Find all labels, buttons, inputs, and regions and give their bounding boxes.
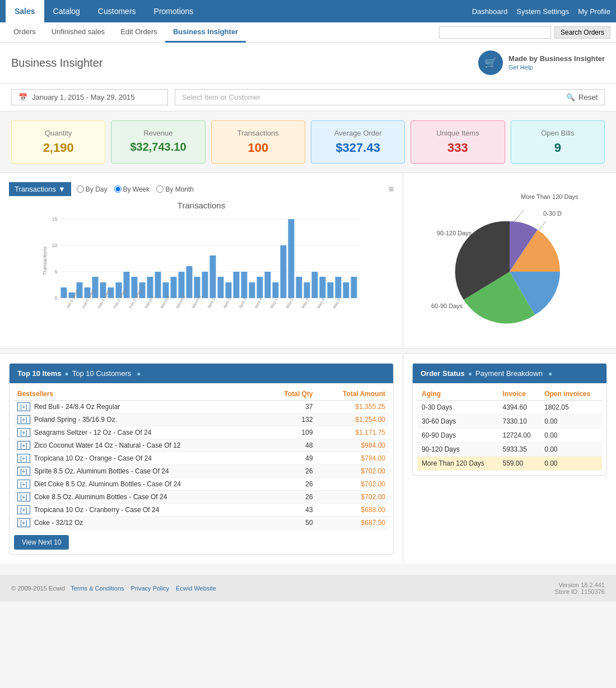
reset-btn[interactable]: Reset	[578, 93, 598, 101]
order-status-tab2[interactable]: Payment Breakdown	[475, 369, 543, 378]
transactions-dropdown[interactable]: Transactions ▼	[9, 182, 71, 196]
item-qty: 48	[264, 439, 316, 452]
sub-item-orders[interactable]: Orders	[6, 22, 44, 43]
expand-btn[interactable]: [+]	[17, 428, 30, 437]
table-row: [+] Zico Coconut Water 14 Oz - Natural -…	[14, 439, 389, 452]
ecwid-website-link[interactable]: Ecwid Website	[176, 585, 216, 592]
expand-btn[interactable]: [+]	[17, 415, 30, 424]
item-qty: 26	[264, 465, 316, 478]
sub-item-business-insighter[interactable]: Business Insighter	[165, 22, 246, 43]
charts-row: Transactions ▼ By Day By Week By Month ≡…	[0, 173, 616, 348]
radio-by-week[interactable]: By Week	[114, 185, 150, 193]
top-nav: Sales Catalog Customers Promotions Dashb…	[0, 0, 616, 22]
item-name: Coke 8.5 Oz. Aluminum Bottles - Case Of …	[34, 493, 167, 501]
expand-btn[interactable]: [+]	[17, 505, 30, 514]
nav-item-promotions[interactable]: Promotions	[145, 0, 203, 22]
expand-btn[interactable]: [+]	[17, 492, 30, 501]
item-qty: 132	[264, 413, 316, 426]
svg-text:May-3: May-3	[301, 297, 310, 309]
kpi-row: Quantity 2,190 Revenue $32,743.10 Transa…	[0, 111, 616, 173]
svg-text:May-1: May-1	[269, 297, 279, 309]
svg-text:15: 15	[52, 216, 57, 222]
pie-chart-svg: More Than 120 Days 0-30 D 90-120 Days 60…	[420, 182, 599, 339]
sub-item-edit-orders[interactable]: Edit Orders	[113, 22, 165, 43]
nav-system-settings[interactable]: System Settings	[516, 7, 569, 16]
aging-label: 90-120 Days	[417, 443, 498, 457]
expand-btn[interactable]: [+]	[17, 454, 30, 463]
invoice-val: 4394.60	[498, 401, 540, 415]
invoice-val: 559.00	[498, 457, 540, 471]
kpi-quantity-label: Quantity	[18, 129, 98, 137]
terms-link[interactable]: Terms & Conditions	[71, 585, 124, 592]
table-row: [+] Poland Spring - 35/16.9 Oz. 132 $1,2…	[14, 413, 389, 426]
col-bestsellers: Bestsellers	[14, 388, 264, 401]
expand-btn[interactable]: [+]	[17, 518, 30, 527]
kpi-average-order-label: Average Order	[318, 129, 398, 137]
calendar-icon: 📅	[18, 93, 27, 101]
table-row: More Than 120 Days 559.00 0.00	[417, 457, 602, 471]
kpi-unique-items-label: Unique Items	[418, 129, 497, 137]
search-orders-button[interactable]: Search Orders	[554, 26, 610, 39]
svg-text:0-30 D: 0-30 D	[543, 210, 562, 217]
nav-item-customers[interactable]: Customers	[89, 0, 145, 22]
item-amount: $1,171.75	[316, 426, 389, 439]
svg-rect-36	[273, 282, 279, 298]
table-row: 90-120 Days 5933.35 0.00	[417, 443, 602, 457]
radio-by-month[interactable]: By Month	[156, 185, 194, 193]
get-help-link[interactable]: Get Help	[508, 64, 533, 71]
date-filter[interactable]: 📅 January 1, 2015 - May 29, 2015	[11, 89, 168, 105]
bi-info: Made by Business Insighter Get Help	[508, 54, 605, 71]
sub-nav: Orders Unfinished sales Edit Orders Busi…	[0, 22, 616, 43]
privacy-link[interactable]: Privacy Policy	[131, 585, 169, 592]
item-name: Diet Coke 8.5 Oz. Aluminum Bottles - Cas…	[34, 480, 181, 488]
customer-filter[interactable]: Select Item or Customer 🔍 Reset	[175, 89, 605, 105]
nav-item-sales[interactable]: Sales	[6, 0, 44, 22]
open-invoices-val: 0.00	[540, 415, 602, 429]
radio-by-day[interactable]: By Day	[77, 185, 108, 193]
top10-tab2[interactable]: Top 10 Customers	[72, 369, 132, 378]
top10-tab1[interactable]: Top 10 Items	[17, 369, 62, 378]
item-amount: $784.00	[316, 452, 389, 465]
item-qty: 26	[264, 478, 316, 491]
col-total-qty: Total Qty	[264, 388, 316, 401]
svg-rect-41	[312, 272, 318, 298]
item-qty: 50	[264, 517, 316, 529]
radio-group: By Day By Week By Month	[77, 185, 194, 193]
nav-dashboard[interactable]: Dashboard	[472, 7, 508, 16]
expand-btn[interactable]: [+]	[17, 480, 30, 489]
order-status-section: Order Status ● Payment Breakdown ● Aging…	[403, 354, 616, 564]
page-header: Business Insighter 🛒 Made by Business In…	[0, 43, 616, 83]
expand-btn[interactable]: [+]	[17, 441, 30, 450]
item-name: Coke - 32/12 Oz	[34, 519, 83, 527]
filters-row: 📅 January 1, 2015 - May 29, 2015 Select …	[0, 83, 616, 111]
item-amount: $702.00	[316, 465, 389, 478]
expand-btn[interactable]: [+]	[17, 402, 30, 411]
aging-label: More Than 120 Days	[417, 457, 498, 471]
invoice-val: 12724.00	[498, 429, 540, 443]
item-qty: 43	[264, 504, 316, 517]
bar-chart-section: Transactions ▼ By Day By Week By Month ≡…	[0, 173, 403, 348]
svg-rect-21	[155, 272, 161, 298]
footer: © 2009-2015 Ecwid Terms & Conditions Pri…	[0, 575, 616, 602]
nav-my-profile[interactable]: My Profile	[578, 7, 610, 16]
svg-rect-38	[288, 219, 295, 298]
view-next-button[interactable]: View Next 10	[14, 535, 69, 550]
chart-menu-icon[interactable]: ≡	[389, 184, 394, 194]
aging-label: 30-60 Days	[417, 415, 498, 429]
svg-rect-33	[249, 282, 255, 298]
sub-item-unfinished-sales[interactable]: Unfinished sales	[44, 22, 113, 43]
svg-rect-31	[234, 272, 240, 298]
svg-text:5: 5	[54, 269, 57, 275]
svg-text:April-2: April-2	[222, 297, 232, 309]
svg-text:May-2: May-2	[285, 297, 295, 309]
item-amount: $984.00	[316, 439, 389, 452]
order-status-tab1[interactable]: Order Status	[421, 369, 465, 378]
svg-rect-40	[304, 282, 310, 298]
expand-btn[interactable]: [+]	[17, 467, 30, 476]
nav-item-catalog[interactable]: Catalog	[44, 0, 89, 22]
order-status-table: Aging Invoice Open invoices 0-30 Days 43…	[417, 388, 602, 471]
search-input[interactable]	[439, 26, 551, 39]
svg-rect-46	[351, 277, 357, 298]
svg-rect-39	[296, 277, 302, 298]
svg-rect-26	[194, 277, 200, 298]
